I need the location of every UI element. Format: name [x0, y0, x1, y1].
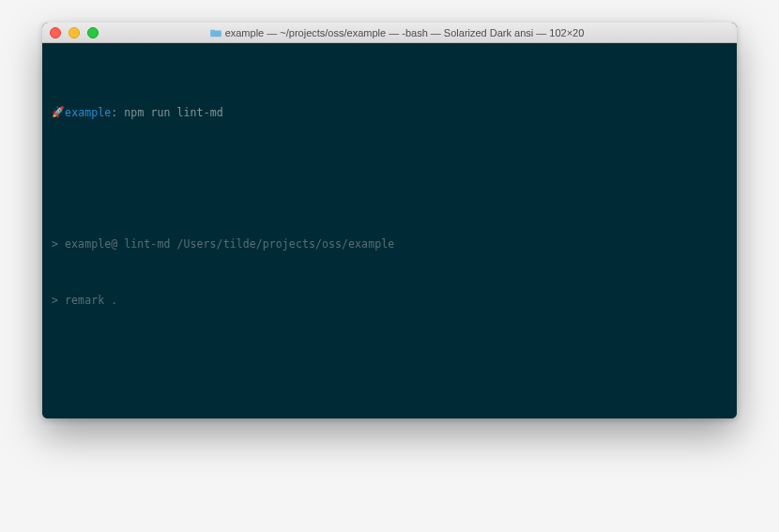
terminal-window: example — ~/projects/oss/example — -bash… [42, 23, 737, 418]
folder-icon [210, 28, 221, 38]
window-title-text: example — ~/projects/oss/example — -bash… [225, 27, 585, 38]
npm-output-line: > remark . [52, 291, 727, 310]
rocket-icon: 🚀 [52, 103, 65, 122]
prompt-command: npm run lint-md [124, 103, 222, 122]
npm-command: remark . [65, 291, 117, 310]
terminal-body[interactable]: 🚀 example: npm run lint-md > example@ li… [42, 43, 737, 418]
npm-output-line: > example@ lint-md /Users/tilde/projects… [52, 235, 727, 253]
npm-prefix: > [52, 291, 65, 310]
npm-script-header: example@ lint-md /Users/tilde/projects/o… [65, 235, 394, 253]
npm-prefix: > [52, 235, 65, 253]
prompt-line: 🚀 example: npm run lint-md [52, 103, 727, 122]
window-close-button[interactable] [50, 27, 61, 38]
window-title: example — ~/projects/oss/example — -bash… [65, 27, 729, 38]
window-titlebar[interactable]: example — ~/projects/oss/example — -bash… [42, 23, 737, 43]
prompt-colon: : [111, 103, 124, 122]
prompt-dir: example [65, 103, 111, 122]
